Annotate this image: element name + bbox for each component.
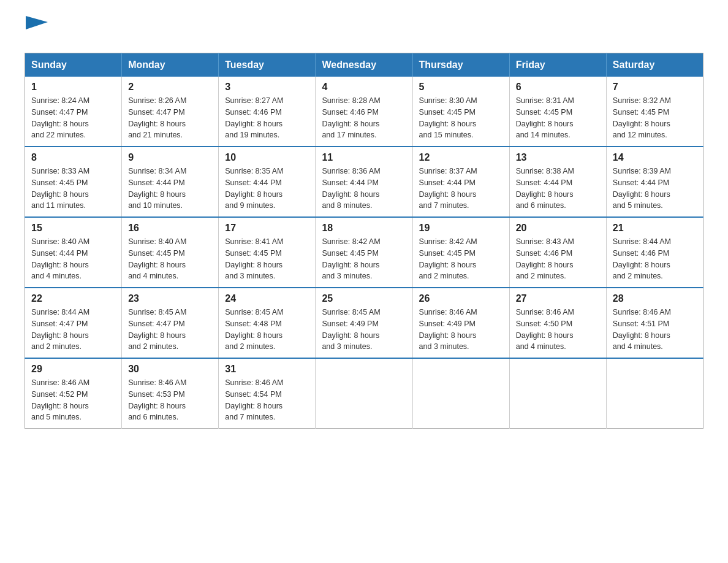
- calendar-cell: 1 Sunrise: 8:24 AM Sunset: 4:47 PM Dayli…: [25, 77, 122, 147]
- calendar-cell: 14 Sunrise: 8:39 AM Sunset: 4:44 PM Dayl…: [606, 147, 703, 217]
- day-number: 23: [128, 293, 212, 304]
- calendar-week-4: 22 Sunrise: 8:44 AM Sunset: 4:47 PM Dayl…: [25, 288, 703, 358]
- day-info: Sunrise: 8:46 AM Sunset: 4:49 PM Dayligh…: [419, 307, 503, 353]
- day-number: 20: [516, 223, 600, 234]
- calendar-week-5: 29 Sunrise: 8:46 AM Sunset: 4:52 PM Dayl…: [25, 358, 703, 429]
- day-number: 27: [516, 293, 600, 304]
- calendar-cell: 30 Sunrise: 8:46 AM Sunset: 4:53 PM Dayl…: [122, 358, 219, 429]
- calendar-cell: 25 Sunrise: 8:45 AM Sunset: 4:49 PM Dayl…: [316, 288, 412, 358]
- weekday-header-row: SundayMondayTuesdayWednesdayThursdayFrid…: [25, 53, 703, 77]
- calendar-cell: 15 Sunrise: 8:40 AM Sunset: 4:44 PM Dayl…: [25, 217, 122, 288]
- day-info: Sunrise: 8:26 AM Sunset: 4:47 PM Dayligh…: [128, 95, 212, 141]
- calendar-cell: 4 Sunrise: 8:28 AM Sunset: 4:46 PM Dayli…: [316, 77, 412, 147]
- day-info: Sunrise: 8:36 AM Sunset: 4:44 PM Dayligh…: [322, 166, 406, 212]
- day-info: Sunrise: 8:46 AM Sunset: 4:52 PM Dayligh…: [31, 377, 115, 423]
- day-info: Sunrise: 8:39 AM Sunset: 4:44 PM Dayligh…: [613, 166, 697, 212]
- day-info: Sunrise: 8:46 AM Sunset: 4:50 PM Dayligh…: [516, 307, 600, 353]
- day-number: 28: [613, 293, 697, 304]
- day-info: Sunrise: 8:27 AM Sunset: 4:46 PM Dayligh…: [225, 95, 309, 141]
- day-info: Sunrise: 8:34 AM Sunset: 4:44 PM Dayligh…: [128, 166, 212, 212]
- day-number: 17: [225, 223, 309, 234]
- day-number: 21: [613, 223, 697, 234]
- day-number: 30: [128, 364, 212, 375]
- day-info: Sunrise: 8:31 AM Sunset: 4:45 PM Dayligh…: [516, 95, 600, 141]
- weekday-header-wednesday: Wednesday: [316, 53, 412, 77]
- calendar-cell: 10 Sunrise: 8:35 AM Sunset: 4:44 PM Dayl…: [219, 147, 316, 217]
- calendar-cell: 12 Sunrise: 8:37 AM Sunset: 4:44 PM Dayl…: [412, 147, 509, 217]
- weekday-header-saturday: Saturday: [606, 53, 703, 77]
- day-info: Sunrise: 8:40 AM Sunset: 4:45 PM Dayligh…: [128, 236, 212, 282]
- logo-icon: [26, 16, 48, 38]
- day-info: Sunrise: 8:44 AM Sunset: 4:46 PM Dayligh…: [613, 236, 697, 282]
- day-info: Sunrise: 8:35 AM Sunset: 4:44 PM Dayligh…: [225, 166, 309, 212]
- weekday-header-thursday: Thursday: [412, 53, 509, 77]
- day-number: 13: [516, 152, 600, 163]
- day-number: 5: [419, 82, 503, 93]
- day-number: 19: [419, 223, 503, 234]
- calendar-cell: 11 Sunrise: 8:36 AM Sunset: 4:44 PM Dayl…: [316, 147, 412, 217]
- day-number: 9: [128, 152, 212, 163]
- calendar-cell: 27 Sunrise: 8:46 AM Sunset: 4:50 PM Dayl…: [509, 288, 606, 358]
- day-number: 31: [225, 364, 309, 375]
- day-number: 15: [31, 223, 115, 234]
- calendar-table: SundayMondayTuesdayWednesdayThursdayFrid…: [25, 53, 703, 429]
- day-info: Sunrise: 8:45 AM Sunset: 4:49 PM Dayligh…: [322, 307, 406, 353]
- day-number: 14: [613, 152, 697, 163]
- day-number: 10: [225, 152, 309, 163]
- day-number: 4: [322, 82, 406, 93]
- day-info: Sunrise: 8:33 AM Sunset: 4:45 PM Dayligh…: [31, 166, 115, 212]
- day-info: Sunrise: 8:43 AM Sunset: 4:46 PM Dayligh…: [516, 236, 600, 282]
- weekday-header-monday: Monday: [122, 53, 219, 77]
- calendar-cell: 16 Sunrise: 8:40 AM Sunset: 4:45 PM Dayl…: [122, 217, 219, 288]
- calendar-cell: 3 Sunrise: 8:27 AM Sunset: 4:46 PM Dayli…: [219, 77, 316, 147]
- weekday-header-sunday: Sunday: [25, 53, 122, 77]
- day-number: 7: [613, 82, 697, 93]
- day-number: 6: [516, 82, 600, 93]
- calendar-week-1: 1 Sunrise: 8:24 AM Sunset: 4:47 PM Dayli…: [25, 77, 703, 147]
- day-info: Sunrise: 8:30 AM Sunset: 4:45 PM Dayligh…: [419, 95, 503, 141]
- calendar-cell: 31 Sunrise: 8:46 AM Sunset: 4:54 PM Dayl…: [219, 358, 316, 429]
- calendar-cell: 22 Sunrise: 8:44 AM Sunset: 4:47 PM Dayl…: [25, 288, 122, 358]
- day-number: 22: [31, 293, 115, 304]
- calendar-cell: [412, 358, 509, 429]
- day-number: 29: [31, 364, 115, 375]
- day-info: Sunrise: 8:42 AM Sunset: 4:45 PM Dayligh…: [322, 236, 406, 282]
- day-number: 3: [225, 82, 309, 93]
- calendar-cell: 28 Sunrise: 8:46 AM Sunset: 4:51 PM Dayl…: [606, 288, 703, 358]
- day-info: Sunrise: 8:38 AM Sunset: 4:44 PM Dayligh…: [516, 166, 600, 212]
- weekday-header-tuesday: Tuesday: [219, 53, 316, 77]
- day-number: 1: [31, 82, 115, 93]
- weekday-header-friday: Friday: [509, 53, 606, 77]
- day-info: Sunrise: 8:45 AM Sunset: 4:48 PM Dayligh…: [225, 307, 309, 353]
- day-number: 16: [128, 223, 212, 234]
- day-info: Sunrise: 8:41 AM Sunset: 4:45 PM Dayligh…: [225, 236, 309, 282]
- day-info: Sunrise: 8:45 AM Sunset: 4:47 PM Dayligh…: [128, 307, 212, 353]
- day-number: 2: [128, 82, 212, 93]
- day-info: Sunrise: 8:46 AM Sunset: 4:51 PM Dayligh…: [613, 307, 697, 353]
- day-number: 18: [322, 223, 406, 234]
- calendar-week-3: 15 Sunrise: 8:40 AM Sunset: 4:44 PM Dayl…: [25, 217, 703, 288]
- svg-marker-0: [26, 16, 48, 29]
- day-info: Sunrise: 8:37 AM Sunset: 4:44 PM Dayligh…: [419, 166, 503, 212]
- day-number: 26: [419, 293, 503, 304]
- calendar-cell: 18 Sunrise: 8:42 AM Sunset: 4:45 PM Dayl…: [316, 217, 412, 288]
- day-info: Sunrise: 8:40 AM Sunset: 4:44 PM Dayligh…: [31, 236, 115, 282]
- calendar-week-2: 8 Sunrise: 8:33 AM Sunset: 4:45 PM Dayli…: [25, 147, 703, 217]
- calendar-cell: 21 Sunrise: 8:44 AM Sunset: 4:46 PM Dayl…: [606, 217, 703, 288]
- day-info: Sunrise: 8:28 AM Sunset: 4:46 PM Dayligh…: [322, 95, 406, 141]
- day-info: Sunrise: 8:46 AM Sunset: 4:53 PM Dayligh…: [128, 377, 212, 423]
- calendar-cell: 26 Sunrise: 8:46 AM Sunset: 4:49 PM Dayl…: [412, 288, 509, 358]
- calendar-cell: [316, 358, 412, 429]
- day-info: Sunrise: 8:44 AM Sunset: 4:47 PM Dayligh…: [31, 307, 115, 353]
- day-number: 25: [322, 293, 406, 304]
- calendar-cell: 7 Sunrise: 8:32 AM Sunset: 4:45 PM Dayli…: [606, 77, 703, 147]
- day-info: Sunrise: 8:42 AM Sunset: 4:45 PM Dayligh…: [419, 236, 503, 282]
- calendar-cell: 13 Sunrise: 8:38 AM Sunset: 4:44 PM Dayl…: [509, 147, 606, 217]
- calendar-cell: 24 Sunrise: 8:45 AM Sunset: 4:48 PM Dayl…: [219, 288, 316, 358]
- day-number: 24: [225, 293, 309, 304]
- day-info: Sunrise: 8:46 AM Sunset: 4:54 PM Dayligh…: [225, 377, 309, 423]
- calendar-cell: [606, 358, 703, 429]
- logo: [25, 18, 48, 40]
- calendar-cell: 20 Sunrise: 8:43 AM Sunset: 4:46 PM Dayl…: [509, 217, 606, 288]
- calendar-cell: [509, 358, 606, 429]
